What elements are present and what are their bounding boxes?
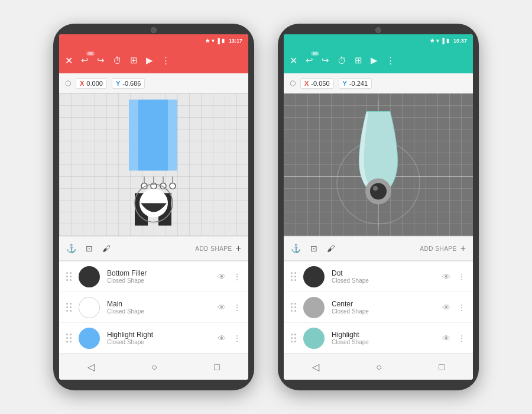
shape-row-highlight-right: Highlight Right Closed Shape 👁 ⋮ xyxy=(59,323,248,354)
more-button-1[interactable]: ⋮ xyxy=(161,55,170,66)
more-icon-bottom-filler[interactable]: ⋮ xyxy=(233,272,241,282)
tool-transform-1[interactable]: ⊡ xyxy=(86,244,93,253)
close-button-1[interactable]: ✕ xyxy=(65,55,73,66)
drag-handle-3[interactable] xyxy=(66,334,72,342)
phone-2: ★ ▾ ▐ ▮ 10:37 ✕ ↩ 99 ↪ ⏱ ⊞ ▶ ⋮ xyxy=(278,24,479,390)
x-coord-2[interactable]: X -0.050 xyxy=(300,78,334,89)
canvas-1[interactable] xyxy=(59,93,248,236)
time-display-1: 13:17 xyxy=(229,38,242,44)
visibility-icon-bottom-filler[interactable]: 👁 xyxy=(218,272,226,282)
shape-tools-bar-2: ⚓ ⊡ 🖌 ADD SHAPE + xyxy=(284,236,473,261)
bottom-nav-2: ◁ ○ □ xyxy=(284,354,473,380)
wifi-icon-2: ▾ xyxy=(436,38,439,44)
coord-icon-1: ⬡ xyxy=(65,79,71,88)
drag-handle-6[interactable] xyxy=(291,334,296,342)
y-coord-2[interactable]: Y -0.241 xyxy=(339,78,372,89)
shape-preview-dot xyxy=(303,266,325,287)
shape-actions-highlight-right: 👁 ⋮ xyxy=(218,334,241,343)
tool-anchor-2[interactable]: ⚓ xyxy=(291,244,301,253)
shape-info-main: Main Closed Shape xyxy=(107,300,210,315)
tool-transform-2[interactable]: ⊡ xyxy=(310,244,317,253)
shape-name-dot: Dot xyxy=(332,269,435,277)
shape-tools-bar-1: ⚓ ⊡ 🖌 ADD SHAPE + xyxy=(59,236,248,261)
close-button-2[interactable]: ✕ xyxy=(290,55,297,66)
coord-bar-1: ⬡ X 0.000 Y -0.686 xyxy=(59,73,248,93)
shapes-list-2: Dot Closed Shape 👁 ⋮ xyxy=(284,261,473,354)
home-btn-2[interactable]: ○ xyxy=(364,357,394,377)
shape-info-center: Center Closed Shape xyxy=(332,300,435,315)
tool-brush-2[interactable]: 🖌 xyxy=(327,244,335,253)
more-icon-center[interactable]: ⋮ xyxy=(458,303,466,312)
play-button-2[interactable]: ▶ xyxy=(371,55,378,66)
home-btn-1[interactable]: ○ xyxy=(140,357,169,377)
redo-button-1[interactable]: ↪ xyxy=(97,55,105,66)
add-plus-icon-1: + xyxy=(236,243,241,254)
more-icon-main[interactable]: ⋮ xyxy=(233,303,241,312)
shape-type-highlight-right: Closed Shape xyxy=(107,339,210,345)
undo-button-2[interactable]: ↩ 99 xyxy=(306,55,313,66)
add-shape-label-2: ADD SHAPE xyxy=(420,245,456,252)
visibility-icon-highlight[interactable]: 👁 xyxy=(442,334,450,343)
shape-row-main: Main Closed Shape 👁 ⋮ xyxy=(59,292,248,323)
shape-type-highlight: Closed Shape xyxy=(332,339,435,345)
grid-button-2[interactable]: ⊞ xyxy=(355,55,362,66)
add-shape-btn-2[interactable]: ADD SHAPE + xyxy=(420,243,466,254)
more-icon-highlight[interactable]: ⋮ xyxy=(458,334,466,343)
shape-actions-bottom-filler: 👁 ⋮ xyxy=(218,272,241,282)
shape-preview-main xyxy=(79,297,100,318)
toolbar-2: ✕ ↩ 99 ↪ ⏱ ⊞ ▶ ⋮ xyxy=(284,47,473,73)
add-shape-label-1: ADD SHAPE xyxy=(195,245,232,252)
phone-2-body: ★ ▾ ▐ ▮ 10:37 ✕ ↩ 99 ↪ ⏱ ⊞ ▶ ⋮ xyxy=(278,24,479,390)
visibility-icon-center[interactable]: 👁 xyxy=(442,303,450,312)
phone-2-screen: ★ ▾ ▐ ▮ 10:37 ✕ ↩ 99 ↪ ⏱ ⊞ ▶ ⋮ xyxy=(284,34,473,380)
recent-btn-1[interactable]: □ xyxy=(202,357,232,377)
bottom-nav-1: ◁ ○ □ xyxy=(59,354,248,380)
canvas-svg-2 xyxy=(284,93,473,236)
more-icon-dot[interactable]: ⋮ xyxy=(458,272,466,282)
drag-handle-5[interactable] xyxy=(291,303,296,312)
shape-preview-center xyxy=(303,297,325,318)
shape-actions-highlight: 👁 ⋮ xyxy=(442,334,466,343)
timer-button-1[interactable]: ⏱ xyxy=(113,56,122,66)
shape-actions-center: 👁 ⋮ xyxy=(442,303,466,312)
battery-icon-2: ▮ xyxy=(446,38,449,44)
drag-handle-1[interactable] xyxy=(66,272,72,281)
svg-point-19 xyxy=(370,183,387,200)
shape-info-highlight-right: Highlight Right Closed Shape xyxy=(107,331,210,345)
tool-anchor-1[interactable]: ⚓ xyxy=(66,244,76,253)
visibility-icon-highlight-right[interactable]: 👁 xyxy=(218,334,226,343)
grid-button-1[interactable]: ⊞ xyxy=(130,55,138,66)
y-coord-1[interactable]: Y -0.686 xyxy=(112,78,145,89)
shape-info-highlight: Highlight Closed Shape xyxy=(332,331,435,345)
toolbar-1: ✕ ↩ 98 ↪ ⏱ ⊞ ▶ ⋮ xyxy=(59,47,248,73)
timer-button-2[interactable]: ⏱ xyxy=(338,56,346,66)
visibility-icon-dot[interactable]: 👁 xyxy=(442,272,450,282)
svg-point-10 xyxy=(170,183,176,189)
drag-handle-4[interactable] xyxy=(291,272,296,281)
play-button-1[interactable]: ▶ xyxy=(146,55,153,66)
recent-btn-2[interactable]: □ xyxy=(427,357,456,377)
redo-button-2[interactable]: ↪ xyxy=(322,55,329,66)
back-btn-2[interactable]: ◁ xyxy=(300,357,331,377)
canvas-2[interactable] xyxy=(284,93,473,236)
shape-row-center: Center Closed Shape 👁 ⋮ xyxy=(284,292,473,323)
shape-type-bottom-filler: Closed Shape xyxy=(107,277,210,284)
drag-handle-2[interactable] xyxy=(66,303,72,312)
shape-actions-dot: 👁 ⋮ xyxy=(442,272,466,282)
undo-button-1[interactable]: ↩ 98 xyxy=(81,55,89,66)
add-shape-btn-1[interactable]: ADD SHAPE + xyxy=(195,243,241,254)
shape-name-center: Center xyxy=(332,300,435,308)
tool-brush-1[interactable]: 🖌 xyxy=(102,244,111,253)
more-icon-highlight-right[interactable]: ⋮ xyxy=(233,334,241,343)
signal-icon-2: ▐ xyxy=(441,38,445,44)
shape-type-dot: Closed Shape xyxy=(332,277,435,284)
shape-name-main: Main xyxy=(107,300,210,308)
shape-info-dot: Dot Closed Shape xyxy=(332,269,435,284)
bluetooth-icon-2: ★ xyxy=(430,38,434,44)
visibility-icon-main[interactable]: 👁 xyxy=(218,303,226,312)
x-coord-1[interactable]: X 0.000 xyxy=(76,78,107,89)
back-btn-1[interactable]: ◁ xyxy=(76,357,106,377)
more-button-2[interactable]: ⋮ xyxy=(386,55,395,66)
shape-row-highlight: Highlight Closed Shape 👁 ⋮ xyxy=(284,323,473,354)
shape-preview-bottom-filler xyxy=(79,266,100,287)
